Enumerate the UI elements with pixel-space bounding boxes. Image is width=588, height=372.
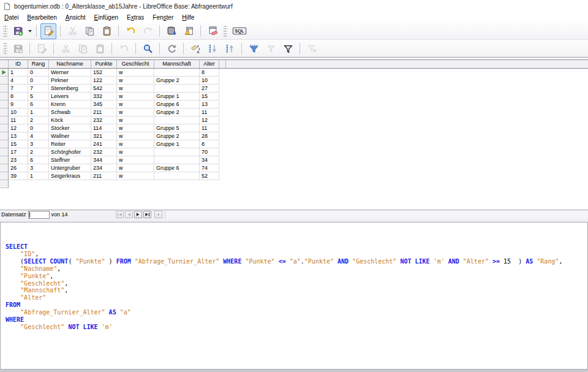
cell-nachname[interactable]: Sterenberg (49, 85, 91, 93)
cell-rang[interactable]: 2 (28, 116, 49, 124)
cell-alter[interactable]: 8 (200, 69, 219, 77)
cell-nachname[interactable]: Leivers (49, 93, 91, 101)
sort-order-button[interactable]: zA (187, 40, 203, 56)
cell-alter[interactable]: 34 (200, 156, 219, 164)
cell-mannschaft[interactable]: Gruppe 1 (154, 93, 200, 101)
cell-punkte[interactable]: 232 (91, 148, 117, 156)
cell-id[interactable]: 7 (9, 85, 28, 93)
cell-id[interactable]: 17 (9, 148, 28, 156)
cell-nachname[interactable]: Krenn (49, 101, 91, 108)
cell-nachname[interactable]: Stocker (49, 124, 91, 132)
cell-mannschaft[interactable] (154, 69, 200, 77)
cell-id[interactable]: 23 (9, 156, 28, 164)
cell-geschlecht[interactable]: w (117, 140, 154, 148)
cell-alter[interactable]: 15 (200, 93, 219, 101)
cell-geschlecht[interactable]: w (117, 101, 154, 108)
cell-alter[interactable]: 10 (200, 77, 219, 85)
sort-descending-button[interactable] (222, 40, 238, 56)
next-record-button[interactable] (134, 211, 142, 218)
cell-rang[interactable]: 7 (28, 85, 49, 93)
save-button[interactable] (10, 23, 26, 39)
column-header-alter[interactable]: Alter (200, 60, 219, 68)
row-header[interactable] (0, 69, 9, 77)
row-header[interactable] (0, 124, 9, 132)
cell-id[interactable]: 9 (9, 101, 28, 108)
column-header-punkte[interactable]: Punkte (91, 60, 117, 68)
cell-geschlecht[interactable]: w (117, 172, 154, 180)
cell-nachname[interactable]: Untergruber (49, 164, 91, 172)
sort-ascending-button[interactable] (205, 40, 221, 56)
undo-button[interactable] (123, 23, 138, 39)
cell-id[interactable]: 26 (9, 164, 28, 172)
copy-button[interactable] (81, 23, 97, 39)
cell-nachname[interactable]: Köck (49, 116, 91, 124)
cell-id[interactable]: 12 (9, 124, 28, 132)
cell-punkte[interactable]: 232 (91, 116, 117, 124)
clear-query-button[interactable] (205, 23, 221, 39)
cell-alter[interactable]: 11 (200, 108, 219, 116)
cell-mannschaft[interactable]: Gruppe 1 (154, 140, 200, 148)
cell-punkte[interactable]: 211 (91, 108, 117, 116)
cell-id[interactable]: 15 (9, 140, 28, 148)
cell-mannschaft[interactable]: Gruppe 6 (154, 164, 200, 172)
cell-alter[interactable]: 52 (200, 172, 219, 180)
cell-nachname[interactable]: Wallner (49, 132, 91, 140)
cell-nachname[interactable]: Werner (49, 69, 91, 77)
column-header-mannschaft[interactable]: Mannschaft (154, 60, 200, 68)
cell-mannschaft[interactable] (154, 148, 200, 156)
cell-geschlecht[interactable]: w (117, 93, 154, 101)
row-header[interactable] (0, 172, 9, 180)
cell-alter[interactable]: 28 (200, 132, 219, 140)
column-header-rang[interactable]: Rang (28, 60, 49, 68)
row-header[interactable] (0, 148, 9, 156)
cell-punkte[interactable]: 321 (91, 132, 117, 140)
row-header[interactable] (0, 85, 9, 93)
standard-filter-button[interactable] (280, 40, 296, 56)
cell-geschlecht[interactable]: w (117, 148, 154, 156)
cell-nachname[interactable]: Pirkner (49, 77, 91, 85)
cell-nachname[interactable]: Schörghofer (49, 148, 91, 156)
cell-punkte[interactable]: 211 (91, 172, 117, 180)
cell-alter[interactable]: 13 (200, 101, 219, 108)
cell-nachname[interactable]: Reiter (49, 140, 91, 148)
cell-rang[interactable]: 3 (28, 164, 49, 172)
cell-mannschaft[interactable]: Gruppe 5 (154, 124, 200, 132)
cell-mannschaft[interactable] (154, 172, 200, 180)
cell-nachname[interactable]: Seigerkraus (49, 172, 91, 180)
edit-data-button[interactable] (40, 23, 56, 39)
row-header[interactable] (0, 132, 9, 140)
cell-rang[interactable]: 3 (28, 140, 49, 148)
cell-alter[interactable]: 74 (200, 164, 219, 172)
row-header[interactable] (0, 140, 9, 148)
column-header-geschlecht[interactable]: Geschlecht (117, 60, 154, 68)
row-header[interactable] (0, 156, 9, 164)
cell-mannschaft[interactable]: Gruppe 2 (154, 132, 200, 140)
menu-bearbeiten[interactable]: Bearbeiten (23, 13, 61, 22)
cell-mannschaft[interactable] (154, 116, 200, 124)
cell-punkte[interactable]: 241 (91, 140, 117, 148)
row-header[interactable] (0, 101, 9, 108)
sql-editor[interactable]: SELECT "ID", (SELECT COUNT( "Punkte" ) F… (0, 222, 588, 370)
cell-rang[interactable]: 2 (28, 148, 49, 156)
record-number-input[interactable] (28, 211, 50, 219)
autofilter-button[interactable] (246, 40, 262, 56)
cell-alter[interactable]: 27 (200, 85, 219, 93)
cell-alter[interactable]: 70 (200, 148, 219, 156)
cell-rang[interactable]: 1 (28, 108, 49, 116)
menu-einfgen[interactable]: Einfügen (90, 13, 123, 22)
row-header[interactable] (0, 116, 9, 124)
cell-rang[interactable]: 4 (28, 132, 49, 140)
cell-punkte[interactable]: 152 (91, 69, 117, 77)
cell-geschlecht[interactable]: w (117, 124, 154, 132)
cell-rang[interactable]: 6 (28, 156, 49, 164)
save-dropdown-button[interactable] (26, 24, 33, 39)
menu-hilfe[interactable]: Hilfe (178, 13, 198, 22)
cell-mannschaft[interactable] (154, 156, 200, 164)
cell-geschlecht[interactable]: w (117, 164, 154, 172)
paste-button[interactable] (99, 23, 115, 39)
cell-rang[interactable]: 1 (28, 172, 49, 180)
cell-id[interactable]: 11 (9, 116, 28, 124)
cell-nachname[interactable]: Steffner (49, 156, 91, 164)
cell-geschlecht[interactable]: w (117, 108, 154, 116)
row-header[interactable] (0, 93, 9, 101)
